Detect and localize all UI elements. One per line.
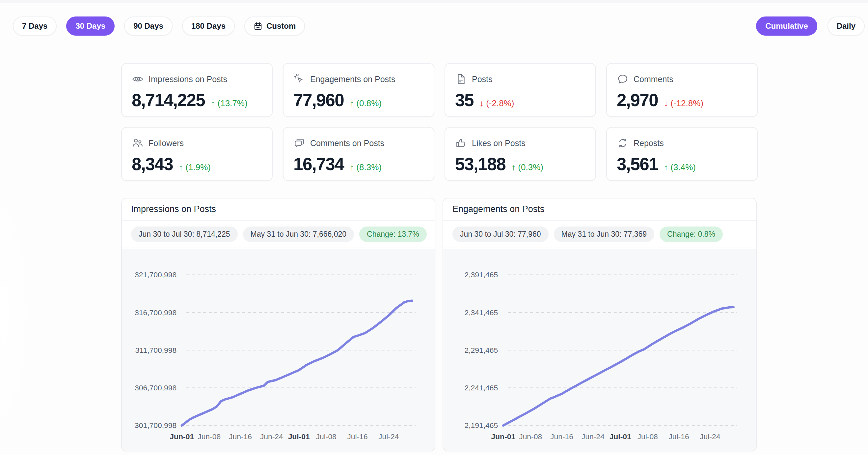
stat-label: Reposts (633, 139, 664, 148)
stats-grid: Impressions on Posts 8,714,225 ↑ (13.7%)… (121, 63, 758, 181)
change-badge: Change: 13.7% (359, 227, 427, 242)
stat-delta: ↑ (3.4%) (664, 162, 696, 172)
mode-button-daily[interactable]: Daily (828, 17, 865, 36)
users-icon (132, 137, 144, 149)
stat-card-comments: Comments 2,970 ↓ (-12.8%) (606, 63, 758, 117)
svg-text:316,700,998: 316,700,998 (135, 308, 177, 317)
svg-text:Jul-08: Jul-08 (638, 432, 658, 441)
custom-range-button[interactable]: Custom (244, 17, 305, 36)
svg-text:2,341,465: 2,341,465 (464, 308, 498, 317)
calendar-icon (253, 22, 262, 31)
svg-text:Jun-01: Jun-01 (491, 432, 515, 441)
range-button-7-days[interactable]: 7 Days (13, 17, 57, 36)
line-chart-impressions: 321,700,998316,700,998311,700,998306,700… (122, 249, 435, 451)
stat-label: Likes on Posts (472, 139, 526, 148)
chart-card-engagements: Engagements on Posts Jun 30 to Jul 30: 7… (442, 198, 757, 451)
svg-text:Jun-24: Jun-24 (260, 432, 283, 441)
previous-period-badge: May 31 to Jun 30: 7,666,020 (243, 227, 354, 242)
stat-card-reposts: Reposts 3,561 ↑ (3.4%) (606, 127, 758, 181)
stat-delta: ↑ (0.8%) (350, 98, 382, 109)
change-badge: Change: 0.8% (659, 227, 723, 242)
stat-label: Comments (633, 75, 673, 84)
stat-delta: ↑ (13.7%) (211, 98, 247, 109)
stat-value: 8,343 (132, 154, 173, 174)
svg-text:Jul-01: Jul-01 (610, 432, 631, 441)
current-period-badge: Jun 30 to Jul 30: 77,960 (453, 227, 549, 242)
svg-text:Jul-24: Jul-24 (700, 432, 720, 441)
chart-card-impressions: Impressions on Posts Jun 30 to Jul 30: 8… (121, 198, 435, 451)
stat-label: Engagements on Posts (310, 75, 396, 84)
stat-delta: ↑ (8.3%) (350, 162, 382, 172)
svg-text:311,700,998: 311,700,998 (135, 346, 177, 354)
svg-text:Jun-16: Jun-16 (229, 432, 252, 441)
svg-text:Jul-16: Jul-16 (347, 432, 368, 441)
eye-icon (132, 73, 144, 85)
svg-text:2,191,465: 2,191,465 (464, 421, 498, 430)
stat-delta: ↓ (-12.8%) (664, 98, 703, 109)
stat-label: Posts (472, 75, 493, 84)
click-icon (293, 73, 305, 85)
stat-delta: ↑ (1.9%) (179, 162, 211, 172)
comments-icon (293, 137, 305, 149)
stat-card-comments-on-posts: Comments on Posts 16,734 ↑ (8.3%) (283, 127, 434, 181)
mode-button-cumulative[interactable]: Cumulative (756, 17, 817, 36)
chart-title: Engagements on Posts (453, 204, 544, 214)
date-range-group: 7 Days 30 Days 90 Days 180 Days Custom (13, 17, 305, 36)
thumbs-up-icon (455, 137, 467, 149)
range-button-30-days[interactable]: 30 Days (66, 17, 115, 36)
previous-period-badge: May 31 to Jun 30: 77,369 (554, 227, 655, 242)
current-period-badge: Jun 30 to Jul 30: 8,714,225 (131, 227, 238, 242)
line-chart-engagements: 2,391,4652,341,4652,291,4652,241,4652,19… (443, 249, 756, 451)
stat-card-likes: Likes on Posts 53,188 ↑ (0.3%) (444, 127, 596, 181)
stat-value: 35 (455, 90, 473, 110)
stat-card-posts: Posts 35 ↓ (-2.8%) (444, 63, 596, 117)
stat-delta: ↑ (0.3%) (512, 162, 543, 172)
custom-range-label: Custom (267, 22, 296, 31)
left-glow (0, 171, 36, 455)
svg-text:306,700,998: 306,700,998 (135, 383, 177, 392)
svg-text:301,700,998: 301,700,998 (135, 421, 177, 430)
svg-text:Jul-24: Jul-24 (378, 432, 399, 441)
range-button-90-days[interactable]: 90 Days (124, 17, 173, 36)
stat-label: Impressions on Posts (149, 75, 227, 84)
stat-card-impressions: Impressions on Posts 8,714,225 ↑ (13.7%) (121, 63, 273, 117)
svg-text:Jul-08: Jul-08 (316, 432, 337, 441)
svg-text:321,700,998: 321,700,998 (135, 271, 177, 279)
svg-text:Jul-01: Jul-01 (288, 432, 310, 441)
svg-text:Jun-01: Jun-01 (169, 432, 194, 441)
svg-text:2,391,465: 2,391,465 (464, 271, 498, 279)
stat-card-engagements: Engagements on Posts 77,960 ↑ (0.8%) (283, 63, 434, 117)
svg-text:Jun-08: Jun-08 (519, 432, 542, 441)
chart-title: Impressions on Posts (131, 204, 216, 214)
document-icon (455, 73, 467, 85)
toolbar: 7 Days 30 Days 90 Days 180 Days Custom C… (13, 17, 865, 36)
stat-value: 2,970 (617, 90, 658, 110)
repost-icon (617, 137, 629, 149)
comment-icon (617, 73, 629, 85)
svg-text:Jul-16: Jul-16 (669, 432, 689, 441)
svg-text:Jun-16: Jun-16 (550, 432, 573, 441)
stat-value: 16,734 (293, 154, 344, 174)
mode-group: Cumulative Daily (756, 17, 865, 36)
stat-value: 3,561 (617, 154, 658, 174)
stat-card-followers: Followers 8,343 ↑ (1.9%) (121, 127, 273, 181)
svg-text:Jun-08: Jun-08 (197, 432, 221, 441)
stat-value: 53,188 (455, 154, 505, 174)
svg-text:Jun-24: Jun-24 (582, 432, 604, 441)
stat-delta: ↓ (-2.8%) (479, 98, 514, 109)
top-divider (0, 0, 868, 3)
range-button-180-days[interactable]: 180 Days (182, 17, 235, 36)
stat-label: Comments on Posts (310, 139, 384, 148)
svg-text:2,291,465: 2,291,465 (464, 346, 498, 354)
stat-label: Followers (149, 139, 184, 148)
svg-text:2,241,465: 2,241,465 (464, 383, 498, 392)
stat-value: 8,714,225 (132, 90, 205, 110)
stat-value: 77,960 (293, 90, 344, 110)
